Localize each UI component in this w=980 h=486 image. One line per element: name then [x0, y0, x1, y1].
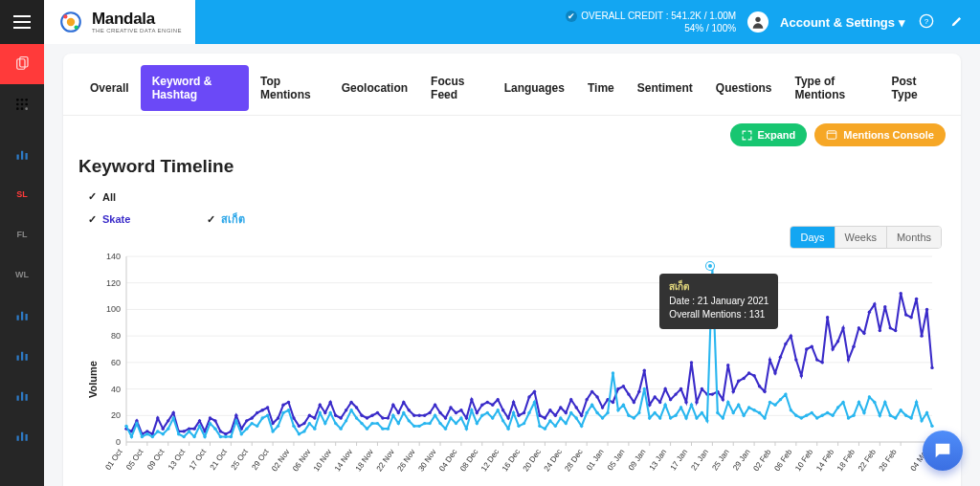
sidebar-chart-4[interactable] [0, 375, 44, 415]
svg-point-190 [438, 411, 441, 414]
tab-top-mentions[interactable]: Top Mentions [249, 65, 330, 111]
granularity-days[interactable]: Days [791, 227, 834, 248]
svg-point-348 [455, 422, 457, 425]
svg-text:20 Dec: 20 Dec [522, 448, 543, 473]
svg-point-404 [747, 406, 750, 409]
credit-badge[interactable]: OVERALL CREDIT : 541.2K / 1.00M 54% / 10… [566, 10, 736, 35]
svg-point-258 [794, 358, 797, 361]
granularity-weeks[interactable]: Weeks [835, 227, 886, 248]
edit-button[interactable] [947, 14, 967, 30]
tab-time[interactable]: Time [576, 72, 626, 104]
legend-skate[interactable]: Skate [88, 210, 130, 228]
legend-all[interactable]: All [88, 190, 116, 203]
brand-logo[interactable]: Mandala THE CREATIVE DATA ENGINE [44, 0, 195, 44]
svg-point-396 [705, 419, 708, 422]
svg-point-181 [391, 404, 394, 407]
svg-point-14 [25, 103, 28, 106]
chevron-down-icon: ▾ [899, 15, 905, 30]
svg-point-265 [831, 347, 834, 350]
svg-point-310 [256, 425, 258, 428]
svg-point-339 [408, 419, 411, 422]
svg-point-288 [141, 435, 144, 438]
svg-point-280 [909, 316, 912, 319]
svg-point-270 [858, 326, 860, 329]
tab-sentiment[interactable]: Sentiment [626, 72, 704, 104]
sidebar-apps[interactable] [0, 84, 44, 124]
tab-geolocation[interactable]: Geolocation [330, 72, 419, 104]
svg-point-269 [852, 345, 855, 348]
sidebar-chart-2[interactable] [0, 295, 44, 335]
section-title: Keyword Timeline [63, 146, 961, 181]
svg-text:17 Oct: 17 Oct [188, 447, 209, 472]
svg-point-164 [302, 422, 305, 425]
svg-point-267 [841, 326, 844, 329]
svg-point-399 [722, 416, 724, 419]
granularity-months[interactable]: Months [886, 227, 941, 248]
brand-tagline: THE CREATIVE DATA ENGINE [92, 28, 182, 33]
svg-point-175 [360, 414, 363, 417]
svg-text:25 Oct: 25 Oct [230, 447, 251, 472]
tab-languages[interactable]: Languages [493, 72, 576, 104]
sidebar-fl[interactable]: FL [0, 214, 44, 254]
svg-text:14 Nov: 14 Nov [333, 447, 355, 473]
content-card: Overall Keyword & Hashtag Top Mentions G… [63, 54, 961, 486]
tab-overall[interactable]: Overall [78, 72, 141, 104]
legend-skate-th[interactable]: สเก็ต [207, 210, 245, 228]
svg-text:01 Oct: 01 Oct [103, 447, 124, 472]
sidebar-wl[interactable]: WL [0, 254, 44, 295]
svg-point-405 [752, 409, 755, 411]
help-icon: ? [919, 13, 934, 29]
help-button[interactable]: ? [917, 13, 936, 31]
svg-point-211 [548, 409, 551, 411]
svg-point-349 [459, 416, 462, 419]
svg-text:21 Jan: 21 Jan [690, 448, 711, 473]
sidebar-chart-1[interactable] [0, 134, 44, 174]
copy-icon [13, 55, 31, 73]
svg-text:26 Nov: 26 Nov [396, 447, 418, 473]
svg-point-433 [899, 409, 902, 411]
svg-point-216 [575, 406, 578, 409]
user-avatar[interactable] [747, 11, 768, 33]
svg-point-248 [742, 377, 745, 380]
account-settings-dropdown[interactable]: Account & Settings ▾ [780, 15, 905, 30]
svg-point-182 [397, 411, 400, 414]
chart[interactable]: Volume 02040608010012014001 Oct05 Oct09 … [90, 251, 938, 486]
svg-point-225 [622, 385, 625, 387]
svg-point-268 [847, 358, 850, 361]
hamburger-menu[interactable] [0, 0, 44, 44]
sidebar-sl[interactable]: SL [0, 174, 44, 214]
svg-point-316 [287, 409, 290, 411]
svg-point-407 [763, 416, 766, 419]
tab-type-of-mentions[interactable]: Type of Mentions [783, 65, 880, 111]
tab-focus-feed[interactable]: Focus Feed [419, 65, 493, 111]
svg-text:12 Dec: 12 Dec [479, 448, 501, 473]
svg-point-221 [601, 406, 604, 409]
sidebar-copy[interactable] [0, 44, 44, 84]
svg-point-1 [67, 18, 75, 26]
svg-point-252 [763, 390, 766, 393]
svg-point-321 [313, 427, 316, 430]
svg-text:80: 80 [111, 331, 121, 341]
apps-icon [14, 97, 30, 112]
svg-point-232 [658, 401, 661, 404]
svg-point-213 [559, 406, 562, 409]
sidebar-chart-5[interactable] [0, 415, 44, 455]
svg-point-411 [784, 392, 787, 395]
tab-questions[interactable]: Questions [704, 72, 784, 104]
svg-point-381 [627, 414, 630, 417]
granularity-toggle: Days Weeks Months [790, 226, 942, 249]
svg-point-415 [805, 414, 808, 417]
sidebar-chart-3[interactable] [0, 335, 44, 375]
svg-point-344 [434, 414, 436, 417]
svg-point-290 [151, 435, 154, 438]
chat-fab[interactable] [923, 431, 963, 471]
svg-point-158 [271, 422, 274, 425]
svg-point-414 [800, 416, 803, 419]
tab-post-type[interactable]: Post Type [880, 65, 946, 111]
tab-keyword-hashtag[interactable]: Keyword & Hashtag [141, 65, 249, 111]
expand-button[interactable]: Expand [730, 123, 808, 146]
svg-point-166 [313, 416, 316, 419]
svg-point-177 [370, 414, 373, 417]
mentions-console-button[interactable]: Mentions Console [814, 123, 946, 146]
svg-point-231 [654, 395, 657, 398]
